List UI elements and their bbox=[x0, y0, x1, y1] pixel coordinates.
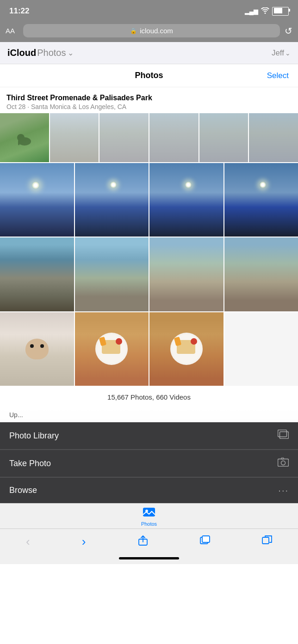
photos-tab-label: Photos bbox=[141, 521, 157, 527]
photo-item[interactable] bbox=[99, 113, 149, 162]
svg-rect-11 bbox=[202, 536, 210, 542]
icloud-app-title[interactable]: iCloud Photos ⌄ bbox=[7, 48, 74, 58]
action-sheet-overlay: Up... Photo Library Take Photo bbox=[0, 407, 298, 503]
take-photo-label: Take Photo bbox=[9, 459, 51, 468]
svg-rect-12 bbox=[262, 537, 269, 544]
tab-photos[interactable]: Photos bbox=[135, 506, 163, 527]
user-chevron-icon: ⌄ bbox=[285, 49, 291, 57]
photo-count-text: 15,667 Photos, 660 Videos bbox=[0, 393, 298, 401]
photo-item[interactable] bbox=[75, 312, 149, 386]
browse-more-icon: ··· bbox=[278, 485, 289, 496]
photo-grid-row2 bbox=[0, 163, 298, 237]
status-time: 11:22 bbox=[9, 6, 29, 16]
photo-item[interactable] bbox=[149, 312, 224, 386]
status-icons: ▂▄▆ bbox=[245, 7, 289, 16]
svg-rect-3 bbox=[280, 432, 289, 439]
photo-item[interactable] bbox=[0, 312, 74, 386]
photo-item-empty bbox=[224, 312, 298, 386]
battery-icon bbox=[272, 7, 289, 16]
section-header: Third Street Promenade & Palisades Park … bbox=[0, 87, 298, 113]
photos-title: Photos bbox=[102, 71, 195, 80]
refresh-button[interactable]: ↺ bbox=[285, 25, 292, 36]
status-bar: 11:22 ▂▄▆ bbox=[0, 0, 298, 20]
photo-item[interactable] bbox=[75, 163, 149, 237]
photo-item[interactable] bbox=[224, 237, 298, 311]
lock-icon: 🔒 bbox=[130, 28, 137, 34]
action-sheet: Photo Library Take Photo bbox=[0, 422, 298, 503]
bookmarks-button[interactable] bbox=[195, 534, 215, 550]
browser-navigation: ‹ › bbox=[0, 529, 298, 554]
wifi-icon bbox=[261, 7, 269, 15]
header-spacer-right: Select bbox=[196, 71, 289, 80]
svg-rect-2 bbox=[278, 430, 287, 437]
upload-hint-row: Up... bbox=[0, 407, 298, 422]
upload-hint-text: Up... bbox=[9, 411, 23, 419]
section-title: Third Street Promenade & Palisades Park bbox=[6, 94, 292, 102]
photo-item[interactable] bbox=[75, 237, 149, 311]
photos-header: Photos Select bbox=[0, 64, 298, 87]
photo-library-icon bbox=[278, 430, 289, 442]
select-button[interactable]: Select bbox=[267, 71, 289, 80]
photo-item[interactable] bbox=[249, 113, 298, 162]
section-chevron-icon: ⌄ bbox=[68, 49, 74, 57]
photos-tab-icon bbox=[143, 506, 155, 520]
share-button[interactable] bbox=[133, 534, 153, 550]
back-button[interactable]: ‹ bbox=[21, 533, 35, 551]
svg-point-5 bbox=[281, 461, 286, 465]
photo-item[interactable] bbox=[224, 163, 298, 237]
action-sheet-take-photo[interactable]: Take Photo bbox=[0, 450, 298, 477]
url-text: icloud.com bbox=[140, 27, 173, 35]
photo-grid-row4 bbox=[0, 312, 298, 386]
forward-button[interactable]: › bbox=[77, 533, 91, 551]
photo-item[interactable] bbox=[149, 237, 224, 311]
browser-bar: AA 🔒 icloud.com ↺ bbox=[0, 20, 298, 42]
action-sheet-photo-library[interactable]: Photo Library bbox=[0, 422, 298, 450]
svg-point-1 bbox=[17, 134, 25, 141]
svg-rect-7 bbox=[143, 508, 155, 516]
photo-item[interactable] bbox=[149, 163, 224, 237]
photo-item[interactable] bbox=[0, 163, 74, 237]
section-subtitle: Oct 28 · Santa Monica & Los Angeles, CA bbox=[6, 103, 292, 110]
camera-icon bbox=[278, 457, 289, 469]
svg-rect-6 bbox=[281, 458, 284, 459]
user-name: Jeff bbox=[272, 49, 284, 58]
user-menu[interactable]: Jeff ⌄ bbox=[272, 49, 291, 58]
signal-icon: ▂▄▆ bbox=[245, 8, 258, 15]
url-bar[interactable]: 🔒 icloud.com bbox=[23, 24, 280, 37]
browser-aa-button[interactable]: AA bbox=[6, 27, 19, 35]
photo-item[interactable] bbox=[50, 113, 99, 162]
tab-bar: Photos bbox=[0, 503, 298, 529]
icloud-label: iCloud bbox=[7, 48, 36, 58]
home-bar bbox=[119, 557, 179, 559]
photo-grid-row3 bbox=[0, 237, 298, 311]
action-sheet-browse[interactable]: Browse ··· bbox=[0, 478, 298, 503]
tabs-button[interactable] bbox=[257, 534, 277, 550]
photo-item[interactable] bbox=[149, 113, 199, 162]
photo-item[interactable] bbox=[199, 113, 248, 162]
home-indicator bbox=[0, 554, 298, 564]
icloud-header: iCloud Photos ⌄ Jeff ⌄ bbox=[0, 42, 298, 64]
photo-grid-row1 bbox=[0, 113, 298, 162]
photo-item[interactable] bbox=[0, 237, 74, 311]
photo-count-bar: 15,667 Photos, 660 Videos bbox=[0, 387, 298, 407]
photo-item[interactable] bbox=[0, 113, 49, 162]
browse-label: Browse bbox=[9, 486, 37, 495]
section-label: Photos bbox=[37, 48, 66, 58]
photo-library-label: Photo Library bbox=[9, 431, 59, 441]
